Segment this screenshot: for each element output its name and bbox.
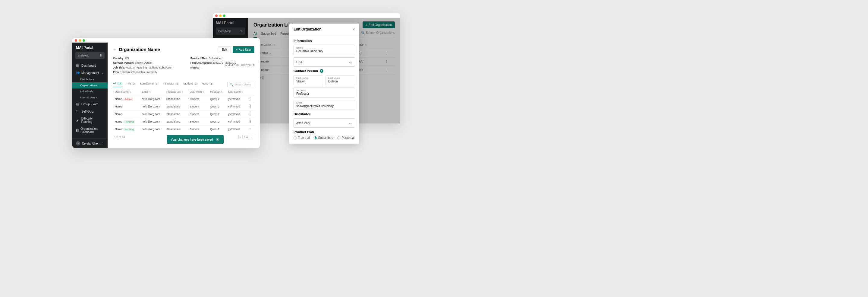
row-menu-icon[interactable]: ⋮ bbox=[247, 103, 254, 110]
user-menu[interactable]: ● Crystal Chen ⌃ bbox=[72, 138, 107, 148]
job-title-field[interactable]: Job Title Professor bbox=[293, 87, 355, 98]
tab-count: 3 bbox=[176, 82, 179, 85]
tab-student[interactable]: Student 3 bbox=[183, 82, 197, 87]
nav-individuals[interactable]: Individuals bbox=[72, 88, 107, 94]
exam-icon: ▤ bbox=[76, 102, 80, 106]
table-row[interactable]: NamePendinghello@org.comStandaloneStuden… bbox=[113, 126, 254, 133]
section-plan: Product Plan bbox=[293, 130, 355, 134]
tab-all[interactable]: All 13 bbox=[113, 82, 122, 87]
help-icon[interactable]: ? bbox=[320, 69, 323, 73]
chevron-down-icon: ⌄ bbox=[348, 120, 352, 126]
tab-none[interactable]: None 1 bbox=[202, 82, 213, 87]
last-name-field[interactable]: Last Name Dotson bbox=[326, 75, 355, 85]
row-menu-icon[interactable]: ⋮ bbox=[247, 96, 254, 103]
app-select[interactable]: BodyMap ⇅ bbox=[75, 52, 104, 59]
col-role[interactable]: User Role⇅ bbox=[188, 88, 208, 96]
next-page-button[interactable]: › bbox=[249, 135, 253, 139]
col-login[interactable]: Last Login⇅ bbox=[226, 88, 247, 96]
chevron-down-icon: ⌄ bbox=[348, 59, 352, 64]
sort-icon: ⇅ bbox=[221, 91, 223, 93]
first-name-field[interactable]: First Name Shawn bbox=[293, 75, 323, 85]
chevron-updown-icon: ⇅ bbox=[100, 54, 102, 57]
brand: MAI Portal bbox=[72, 46, 107, 52]
modal-title: Edit Orgnization bbox=[293, 27, 321, 31]
radio-subscribed[interactable]: Subscribed bbox=[314, 136, 333, 139]
table-row[interactable]: NamePendinghello@org.comStandaloneStuden… bbox=[113, 118, 254, 126]
col-username[interactable]: User Name⇅ bbox=[113, 88, 140, 96]
table-row[interactable]: Namehello@org.comStandaloneStudentQuest … bbox=[113, 103, 254, 110]
name-label: Name bbox=[296, 47, 352, 49]
nav-organizations[interactable]: Organizations bbox=[72, 82, 107, 88]
row-menu-icon[interactable]: ⋮ bbox=[247, 126, 254, 133]
country-select[interactable]: USA ⌄ bbox=[293, 57, 355, 67]
row-menu-icon[interactable]: ⋮ bbox=[247, 118, 254, 126]
nav-management[interactable]: 👥Management⌄ bbox=[72, 69, 107, 76]
nav-distributors[interactable]: Distributors bbox=[72, 76, 107, 82]
prev-page-button[interactable]: ‹ bbox=[239, 135, 243, 139]
section-contact: Contact Person ? bbox=[293, 69, 355, 73]
search-users[interactable]: 🔍 Search Users bbox=[227, 82, 254, 87]
window-organization-detail: MAI Portal BodyMap ⇅ ▦Dashboard 👥Managem… bbox=[72, 38, 260, 148]
tab-count: 13 bbox=[117, 82, 122, 85]
radio-sub-label: Subscribed bbox=[318, 136, 333, 139]
tab-count: 3 bbox=[155, 82, 158, 85]
close-dot[interactable] bbox=[75, 39, 77, 42]
nav-flashcard[interactable]: ◧Organization Flashcard bbox=[72, 125, 107, 136]
pager: ‹ 1/3 › bbox=[239, 135, 253, 139]
edit-button[interactable]: Edit bbox=[218, 46, 231, 53]
first-name-label: First Name bbox=[296, 77, 320, 79]
min-dot[interactable] bbox=[79, 39, 81, 42]
page-indicator: 1/3 bbox=[244, 136, 248, 138]
nav-difficulty[interactable]: ◢Difficulty Ranking bbox=[72, 115, 107, 125]
max-dot[interactable] bbox=[83, 39, 85, 42]
search-placeholder: Search Users bbox=[235, 83, 251, 86]
country-value: USA bbox=[296, 60, 303, 64]
status-badge: Pending bbox=[123, 120, 135, 124]
max-dot[interactable] bbox=[223, 15, 225, 17]
name-field[interactable]: Name Columbia University bbox=[293, 45, 355, 55]
add-user-label: Add User bbox=[239, 48, 251, 51]
list-icon: ≡ bbox=[76, 110, 80, 113]
email-value: shawn@columbia.university bbox=[296, 104, 352, 108]
col-email[interactable]: Email⇅ bbox=[140, 88, 164, 96]
tab-count: 1 bbox=[210, 82, 213, 85]
col-headset[interactable]: Headset⇅ bbox=[208, 88, 226, 96]
radio-perpetual[interactable]: Perpetual bbox=[337, 136, 354, 139]
back-button[interactable]: ← bbox=[113, 48, 116, 51]
close-icon[interactable]: ✕ bbox=[352, 27, 355, 31]
table-row[interactable]: Namehello@org.comStandaloneStudentQuest … bbox=[113, 110, 254, 118]
nav-dashboard[interactable]: ▦Dashboard bbox=[72, 62, 107, 69]
row-count: 1-5 of 13 bbox=[114, 136, 125, 138]
tab-standalone[interactable]: Standalone 3 bbox=[140, 82, 158, 87]
job-label: Job Title bbox=[296, 89, 352, 92]
chevron-up-icon: ⌃ bbox=[102, 142, 104, 145]
edit-organization-modal: Edit Orgnization ✕ Information Name Colu… bbox=[289, 24, 359, 144]
sort-icon: ⇅ bbox=[149, 91, 151, 93]
last-name-value: Dotson bbox=[328, 80, 352, 83]
radio-free-trial[interactable]: Free trial bbox=[293, 136, 310, 139]
status-badge: Pending bbox=[123, 128, 135, 131]
table-row[interactable]: NameAdminhello@org.comStandaloneStudentQ… bbox=[113, 96, 254, 103]
add-user-button[interactable]: + Add User bbox=[233, 46, 254, 53]
close-icon[interactable]: ✕ bbox=[216, 138, 219, 141]
status-badge: Admin bbox=[123, 98, 133, 101]
row-menu-icon[interactable]: ⋮ bbox=[247, 110, 254, 118]
nav-internal-users[interactable]: Internal Users bbox=[72, 94, 107, 101]
email-field[interactable]: Email shawn@columbia.university bbox=[293, 100, 355, 110]
app-select-label: BodyMap bbox=[78, 54, 89, 57]
tab-pro[interactable]: Pro 3 bbox=[127, 82, 135, 87]
close-dot[interactable] bbox=[215, 15, 218, 17]
toast-label: Your changes have been saved bbox=[171, 138, 213, 141]
nav-group-exam[interactable]: ▤Group Exam bbox=[72, 101, 107, 108]
sort-icon: ⇅ bbox=[182, 91, 184, 93]
col-version[interactable]: Product Ver.⇅ bbox=[164, 88, 188, 96]
distributor-select[interactable]: Axon Park ⌄ bbox=[293, 118, 355, 128]
nav-self-quiz[interactable]: ≡Self Quiz bbox=[72, 108, 107, 115]
users-icon: 👥 bbox=[76, 71, 80, 75]
min-dot[interactable] bbox=[219, 15, 221, 17]
sort-icon: ⇅ bbox=[129, 91, 131, 93]
email-label: Email bbox=[296, 101, 352, 104]
tab-instructor[interactable]: Instructor 3 bbox=[163, 82, 179, 87]
page-title: Organization Name bbox=[119, 47, 160, 52]
avatar: ● bbox=[76, 141, 80, 145]
